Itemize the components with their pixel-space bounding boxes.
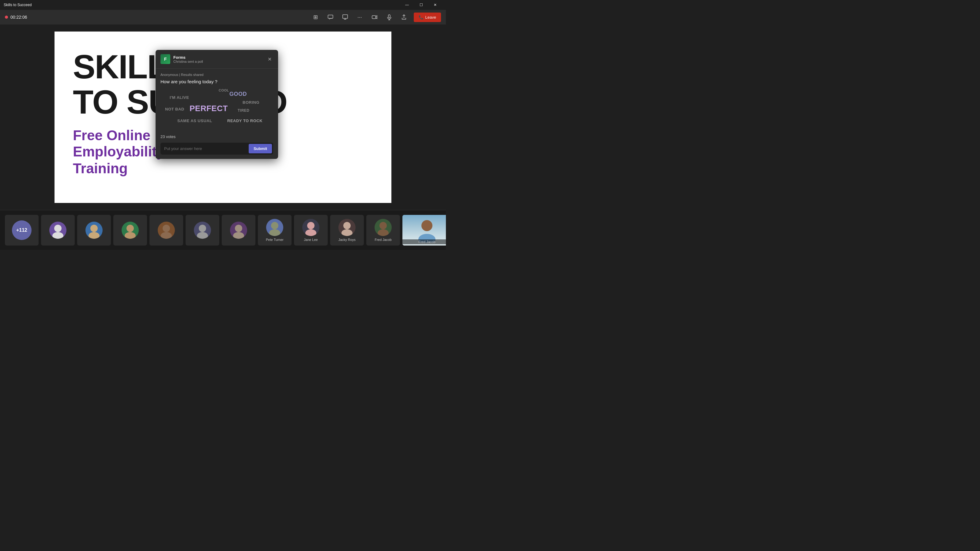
participant-tile-3[interactable] bbox=[113, 215, 147, 246]
more-icon[interactable]: ··· bbox=[355, 12, 365, 22]
poll-submit-button[interactable]: Submit bbox=[249, 144, 272, 153]
word-good: GOOD bbox=[229, 91, 247, 97]
svg-point-23 bbox=[305, 229, 317, 236]
svg-rect-1 bbox=[343, 15, 348, 18]
title-bar: Skills to Succeed — ☐ ✕ bbox=[0, 0, 446, 10]
forms-icon: F bbox=[161, 54, 170, 64]
participant-avatar-jacky bbox=[339, 219, 356, 236]
participant-tile-5[interactable] bbox=[186, 215, 219, 246]
title-bar-controls: — ☐ ✕ bbox=[400, 0, 442, 10]
svg-point-20 bbox=[271, 222, 278, 229]
participant-tile-1[interactable] bbox=[41, 215, 75, 246]
participant-avatar-jane bbox=[302, 219, 320, 236]
svg-point-9 bbox=[52, 232, 64, 239]
mic-icon[interactable] bbox=[384, 12, 394, 22]
participant-avatar-6 bbox=[230, 222, 247, 239]
video-icon[interactable] bbox=[370, 12, 379, 22]
participant-avatar-pete bbox=[266, 219, 283, 236]
svg-point-15 bbox=[161, 232, 172, 239]
poll-meta: Anonymous | Results shared bbox=[161, 73, 273, 76]
toolbar-left: 00:22:06 bbox=[5, 15, 27, 20]
word-not-bad: NOT BAD bbox=[165, 107, 185, 111]
poll-subtitle: Christina sent a poll bbox=[173, 60, 203, 64]
whiteboard-icon[interactable] bbox=[340, 12, 350, 22]
svg-point-22 bbox=[307, 222, 315, 229]
participant-name-jane: Jane Lee bbox=[304, 238, 318, 241]
poll-input-area: Submit bbox=[161, 143, 273, 155]
svg-point-8 bbox=[54, 225, 62, 232]
svg-point-28 bbox=[422, 220, 433, 231]
participant-avatar-2 bbox=[86, 222, 103, 239]
participant-jane[interactable]: Jane Lee bbox=[294, 215, 328, 246]
participant-name-fred-small: Fred Jacob bbox=[375, 238, 391, 241]
poll-body: Anonymous | Results shared How are you f… bbox=[156, 68, 278, 159]
participant-tile-4[interactable] bbox=[150, 215, 183, 246]
participant-jacky[interactable]: Jacky Roys bbox=[330, 215, 364, 246]
toolbar: 00:22:06 ⊞ ··· bbox=[0, 10, 446, 24]
svg-point-18 bbox=[235, 225, 242, 232]
poll-votes: 23 votes bbox=[161, 134, 273, 139]
poll-header-text: Forms Christina sent a poll bbox=[173, 55, 203, 64]
participant-tile-6[interactable] bbox=[222, 215, 255, 246]
overflow-badge: +112 bbox=[12, 221, 32, 240]
svg-point-19 bbox=[233, 232, 244, 239]
svg-point-25 bbox=[342, 229, 353, 236]
share-icon[interactable] bbox=[399, 12, 409, 22]
participants-bar: +112 Pete Turner bbox=[0, 210, 446, 250]
svg-rect-5 bbox=[388, 15, 390, 18]
minimize-button[interactable]: — bbox=[400, 0, 414, 10]
poll-header: F Forms Christina sent a poll ✕ bbox=[156, 50, 278, 68]
participant-avatar-5 bbox=[194, 222, 211, 239]
participant-name-fred-video: Fred Jacob bbox=[402, 240, 446, 244]
maximize-button[interactable]: ☐ bbox=[414, 0, 428, 10]
poll-question: How are you feeling today ? bbox=[161, 79, 273, 84]
svg-point-11 bbox=[89, 232, 100, 239]
poll-header-left: F Forms Christina sent a poll bbox=[161, 54, 203, 64]
word-ready-to-rock: READY TO ROCK bbox=[227, 119, 262, 123]
svg-point-12 bbox=[126, 225, 134, 232]
svg-rect-4 bbox=[372, 16, 376, 19]
svg-point-26 bbox=[379, 222, 387, 229]
overflow-tile[interactable]: +112 bbox=[5, 215, 38, 246]
word-same-as-usual: SAME AS USUAL bbox=[177, 119, 212, 123]
participant-pete[interactable]: Pete Turner bbox=[258, 215, 291, 246]
participant-avatar-fred-small bbox=[375, 219, 392, 236]
app-title: Skills to Succeed bbox=[4, 3, 32, 7]
title-bar-left: Skills to Succeed bbox=[4, 3, 32, 7]
participant-avatar-3 bbox=[122, 222, 139, 239]
leave-button[interactable]: 📞 Leave bbox=[414, 13, 441, 22]
close-button[interactable]: ✕ bbox=[428, 0, 442, 10]
poll-close-button[interactable]: ✕ bbox=[266, 56, 273, 63]
participant-avatar-1 bbox=[49, 222, 67, 239]
word-cool: COOL bbox=[219, 89, 229, 92]
participant-tile-2[interactable] bbox=[77, 215, 111, 246]
toolbar-right: ⊞ ··· bbox=[311, 12, 441, 22]
chat-icon[interactable] bbox=[326, 12, 335, 22]
svg-point-13 bbox=[125, 232, 136, 239]
word-perfect: PERFECT bbox=[189, 104, 228, 113]
poll-answer-input[interactable] bbox=[162, 144, 246, 153]
record-indicator bbox=[5, 16, 8, 19]
poll-title: Forms bbox=[173, 55, 203, 60]
person-silhouette bbox=[415, 218, 439, 243]
slide-employability-text: Employability bbox=[73, 143, 164, 160]
svg-point-14 bbox=[162, 225, 170, 232]
slide-free-text: Free Online bbox=[73, 126, 150, 145]
participant-fred-small[interactable]: Fred Jacob bbox=[366, 215, 400, 246]
word-boring: BORING bbox=[243, 100, 259, 105]
participant-fred-video[interactable]: Fred Jacob bbox=[402, 215, 446, 246]
poll-modal: F Forms Christina sent a poll ✕ Anonymou… bbox=[156, 50, 278, 159]
svg-point-10 bbox=[90, 225, 98, 232]
svg-point-17 bbox=[197, 232, 208, 239]
svg-point-16 bbox=[199, 225, 206, 232]
svg-rect-0 bbox=[328, 15, 333, 18]
word-cloud: PERFECT GOOD COOL I'M ALIVE NOT BAD BORI… bbox=[161, 89, 273, 131]
word-tired: Tired bbox=[238, 108, 250, 113]
word-im-alive: I'M ALIVE bbox=[170, 95, 189, 100]
recording-time: 00:22:06 bbox=[10, 15, 27, 20]
leave-phone-icon: 📞 bbox=[418, 15, 423, 20]
participant-name-jacky: Jacky Roys bbox=[339, 238, 356, 241]
overflow-count: +112 bbox=[16, 227, 27, 233]
apps-icon[interactable]: ⊞ bbox=[311, 12, 321, 22]
svg-point-27 bbox=[378, 229, 389, 236]
